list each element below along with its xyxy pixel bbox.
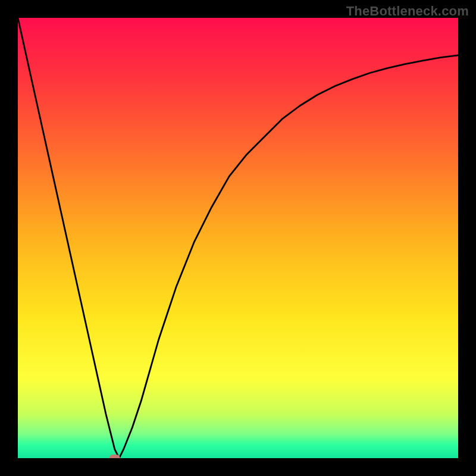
chart-svg (18, 18, 458, 458)
watermark-text: TheBottleneck.com (346, 4, 469, 19)
gradient-background (18, 18, 458, 458)
plot-area (18, 18, 458, 458)
chart-frame: TheBottleneck.com (0, 0, 476, 476)
